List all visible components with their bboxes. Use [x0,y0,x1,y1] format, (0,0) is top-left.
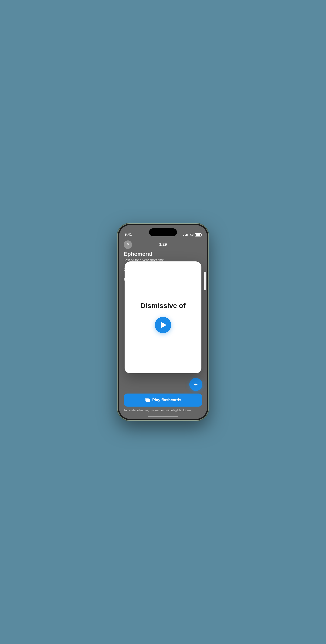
scroll-indicator [204,272,206,290]
phone-screen: 9:41 ✕ 1/29 [119,225,207,419]
flashcard-modal: Dismissive of [125,262,201,373]
signal-bar-3 [186,234,187,236]
play-triangle-icon [161,322,166,328]
signal-bar-4 [187,234,188,236]
modal-word: Dismissive of [140,302,185,310]
battery-fill [196,234,200,236]
phone-frame: 9:41 ✕ 1/29 [118,224,208,420]
home-indicator [148,416,178,417]
status-time: 9:41 [125,232,132,237]
status-icons [183,233,201,237]
modal-play-button[interactable] [155,317,171,333]
signal-bar-2 [185,235,186,236]
modal-overlay: Dismissive of [119,225,207,419]
signal-bar-1 [183,235,184,236]
battery-icon [195,233,201,236]
signal-icon [183,234,188,236]
dynamic-island [149,228,177,236]
wifi-icon [190,233,194,237]
